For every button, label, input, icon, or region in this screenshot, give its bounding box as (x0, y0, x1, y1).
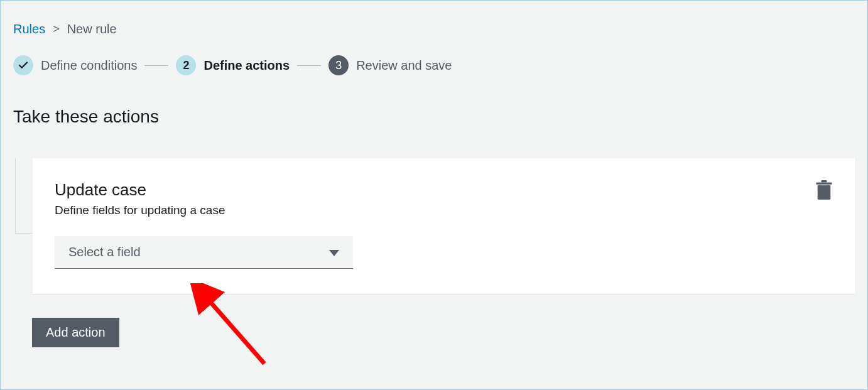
svg-rect-1 (816, 182, 832, 184)
caret-down-icon (329, 245, 339, 259)
breadcrumb: Rules > New rule (13, 22, 855, 36)
step-connector (144, 65, 168, 66)
svg-rect-0 (818, 185, 831, 200)
step-label: Define actions (203, 58, 290, 73)
delete-action-button[interactable] (815, 180, 833, 200)
stepper: Define conditions 2 Define actions 3 Rev… (13, 55, 855, 75)
field-select[interactable]: Select a field (55, 236, 353, 269)
step-label: Review and save (356, 58, 452, 73)
step-define-actions[interactable]: 2 Define actions (176, 55, 290, 75)
trash-icon (815, 180, 833, 200)
card-subtitle: Define fields for updating a case (55, 203, 833, 217)
card-title: Update case (55, 180, 833, 200)
svg-marker-3 (329, 250, 339, 256)
breadcrumb-current: New rule (67, 22, 117, 36)
step-completed-indicator (13, 55, 33, 75)
check-icon (18, 60, 29, 71)
page-title: Take these actions (13, 107, 855, 127)
step-review-save[interactable]: 3 Review and save (328, 55, 452, 75)
step-label: Define conditions (41, 58, 137, 73)
step-connector (297, 65, 321, 66)
breadcrumb-separator: > (53, 23, 60, 36)
action-card: Update case Define fields for updating a… (33, 158, 855, 294)
step-pending-indicator: 3 (328, 55, 349, 75)
field-select-placeholder: Select a field (68, 245, 141, 259)
breadcrumb-link-rules[interactable]: Rules (13, 22, 45, 36)
svg-rect-2 (821, 180, 827, 182)
step-define-conditions[interactable]: Define conditions (13, 55, 137, 75)
add-action-button[interactable]: Add action (32, 318, 119, 347)
step-active-indicator: 2 (176, 55, 196, 75)
card-rail (15, 158, 33, 234)
